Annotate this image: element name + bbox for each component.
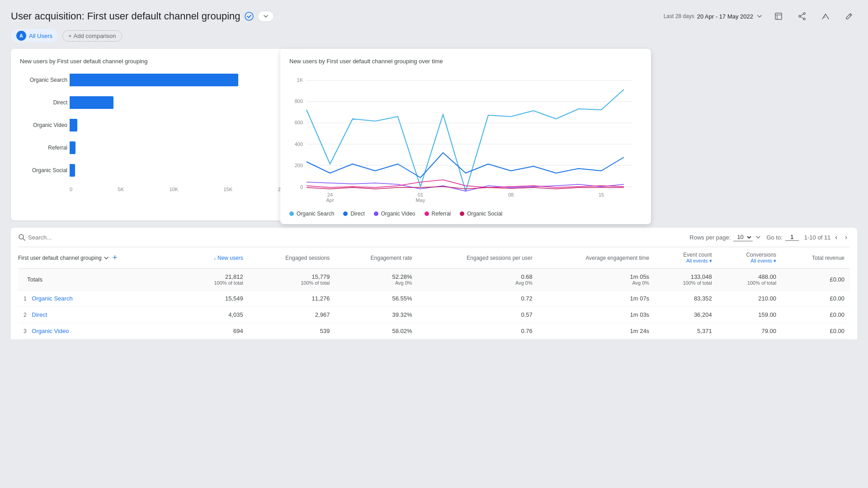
legend-organic-social: Organic Social xyxy=(460,211,502,217)
engagement-rate-col-label: Engagement rate xyxy=(371,255,412,261)
row3-engaged-per-user-cell: 0.76 xyxy=(418,323,538,339)
totals-event-count-cell: 133,048 100% of total xyxy=(655,269,717,291)
bottom-section: Rows per page: 10 25 50 Go to: 1-10 of 1 xyxy=(0,228,868,339)
bar-chart: Organic Search Direct Organic Video Refe… xyxy=(20,74,300,192)
legend-label-organic-social: Organic Social xyxy=(467,211,502,217)
next-page-button[interactable]: › xyxy=(842,232,850,242)
row1-channel-link[interactable]: Organic Search xyxy=(32,295,72,302)
table-row: 3 Organic Video 694 539 58.02% 0.76 1m 2… xyxy=(18,323,850,339)
row3-channel-link[interactable]: Organic Video xyxy=(32,328,69,334)
legend-direct: Direct xyxy=(343,211,364,217)
legend-label-organic-search: Organic Search xyxy=(297,211,334,217)
row2-revenue-cell: £0.00 xyxy=(782,307,850,323)
prev-page-button[interactable]: ‹ xyxy=(832,232,840,242)
legend-label-direct: Direct xyxy=(350,211,364,217)
svg-rect-1 xyxy=(775,13,782,19)
th-engagement-rate: Engagement rate xyxy=(335,247,417,269)
line-chart-card: New users by First user default channel … xyxy=(280,49,651,224)
svg-text:0: 0 xyxy=(300,184,303,190)
select-arrow-icon xyxy=(755,235,761,240)
compare-icon[interactable] xyxy=(817,8,834,24)
bar-row-organic-search: Organic Search xyxy=(70,74,300,86)
bar-chart-title: New users by First user default channel … xyxy=(20,58,300,65)
add-dimension-button[interactable]: + xyxy=(111,253,119,263)
bar-bg-organic-video xyxy=(70,119,287,131)
row3-avg-engagement-time-cell: 1m 24s xyxy=(538,323,655,339)
bar-label-direct: Direct xyxy=(20,99,67,106)
svg-point-0 xyxy=(245,12,253,20)
svg-text:May: May xyxy=(416,197,425,203)
legend-label-organic-video: Organic Video xyxy=(381,211,415,217)
share-icon[interactable] xyxy=(794,8,810,24)
row2-event-count-cell: 36,204 xyxy=(655,307,717,323)
data-table: First user default channel grouping + ↓ … xyxy=(18,247,850,339)
row3-new-users-cell: 694 xyxy=(185,323,249,339)
rows-per-page-select[interactable]: 10 25 50 xyxy=(733,233,753,241)
svg-text:15: 15 xyxy=(599,192,604,197)
rows-per-page-label: Rows per page: xyxy=(689,234,731,241)
table-row: 1 Organic Search 15,549 11,276 56.55% 0.… xyxy=(18,291,850,307)
row1-revenue-cell: £0.00 xyxy=(782,291,850,307)
table-totals-row: Totals 21,812 100% of total 15,779 100% … xyxy=(18,269,850,291)
th-conversions: Conversions All events ▾ xyxy=(717,247,782,269)
chart-legend: Organic Search Direct Organic Video Refe… xyxy=(289,211,642,217)
engaged-sessions-col-label: Engaged sessions xyxy=(285,255,330,261)
row3-revenue-cell: £0.00 xyxy=(782,323,850,339)
row1-engagement-rate-cell: 56.55% xyxy=(335,291,417,307)
date-range-value: 20 Apr - 17 May 2022 xyxy=(697,13,753,20)
edit-report-icon[interactable] xyxy=(770,8,787,24)
svg-text:200: 200 xyxy=(295,163,303,168)
bar-fill-direct xyxy=(70,96,113,109)
svg-point-4 xyxy=(803,13,805,14)
bar-row-organic-social: Organic Social xyxy=(70,164,300,177)
add-comparison-button[interactable]: + Add comparison xyxy=(62,30,122,42)
legend-referral: Referral xyxy=(425,211,451,217)
svg-text:Apr: Apr xyxy=(326,197,334,203)
row1-engaged-per-user-cell: 0.72 xyxy=(418,291,538,307)
totals-engaged-sessions-cell: 15,779 100% of total xyxy=(249,269,335,291)
bar-fill-referral xyxy=(70,141,75,154)
table-row: 2 Direct 4,035 2,967 39.32% 0.57 1m 03s … xyxy=(18,307,850,323)
legend-dot-referral xyxy=(425,211,429,216)
bar-bg-direct xyxy=(70,96,287,109)
bar-bg-organic-search xyxy=(70,74,287,86)
row1-avg-engagement-time-cell: 1m 07s xyxy=(538,291,655,307)
totals-avg-engagement-time-cell: 1m 05s Avg 0% xyxy=(538,269,655,291)
bar-row-referral: Referral xyxy=(70,141,300,154)
event-count-all-events-link[interactable]: All events ▾ xyxy=(660,258,712,264)
user-chip[interactable]: A All Users xyxy=(11,29,58,42)
date-range-label: Last 28 days xyxy=(664,13,694,19)
channel-filter-chip[interactable]: First user default channel grouping xyxy=(18,255,109,261)
row3-engaged-sessions-cell: 539 xyxy=(249,323,335,339)
pagination-controls: Rows per page: 10 25 50 Go to: 1-10 of 1 xyxy=(689,232,850,242)
row1-conversions-cell: 210.00 xyxy=(717,291,782,307)
conversions-all-events-link[interactable]: All events ▾ xyxy=(723,258,776,264)
search-input[interactable] xyxy=(28,234,118,241)
channel-col-label: First user default channel grouping xyxy=(18,255,102,261)
channel-dropdown[interactable] xyxy=(258,11,274,22)
svg-line-29 xyxy=(23,239,25,240)
row2-channel-link[interactable]: Direct xyxy=(32,311,47,318)
totals-revenue-cell: £0.00 xyxy=(782,269,850,291)
th-engaged-per-user: Engaged sessions per user xyxy=(418,247,538,269)
row2-conversions-cell: 159.00 xyxy=(717,307,782,323)
svg-text:24: 24 xyxy=(327,192,333,197)
bar-chart-card: New users by First user default channel … xyxy=(11,49,309,221)
goto-label: Go to: xyxy=(766,234,782,241)
pencil-icon[interactable] xyxy=(841,8,857,24)
row2-engagement-rate-cell: 39.32% xyxy=(335,307,417,323)
page-input[interactable] xyxy=(785,234,799,241)
row3-event-count-cell: 5,371 xyxy=(655,323,717,339)
line-chart-container: 1K 800 600 400 200 0 xyxy=(289,74,642,206)
totals-engaged-per-user-cell: 0.68 Avg 0% xyxy=(418,269,538,291)
bar-bg-referral xyxy=(70,141,287,154)
bar-fill-organic-social xyxy=(70,164,75,177)
row1-engaged-sessions-cell: 11,276 xyxy=(249,291,335,307)
totals-new-users-cell: 21,812 100% of total xyxy=(185,269,249,291)
th-avg-engagement-time: Average engagement time xyxy=(538,247,655,269)
date-range: Last 28 days 20 Apr - 17 May 2022 xyxy=(664,13,763,20)
svg-point-6 xyxy=(799,15,801,17)
row2-avg-engagement-time-cell: 1m 03s xyxy=(538,307,655,323)
search-icon xyxy=(18,234,25,241)
header-left: User acquisition: First user default cha… xyxy=(11,10,274,22)
